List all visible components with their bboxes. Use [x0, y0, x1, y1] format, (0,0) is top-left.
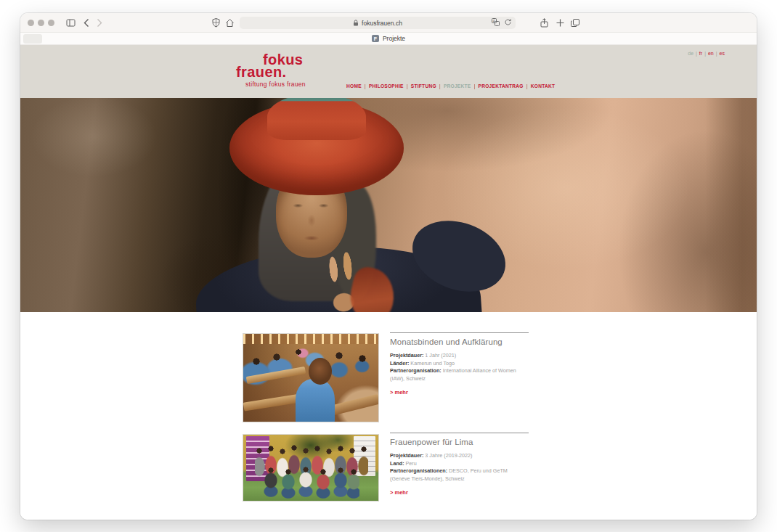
field-value: 3 Jahre (2019-2022)	[425, 452, 472, 459]
nav-item-projekte[interactable]: PROJEKTE	[444, 83, 471, 89]
project-field: Projektdauer: 3 Jahre (2019-2022)	[390, 452, 529, 460]
project-field: Partnerorganisationen: DESCO, Peru und G…	[390, 467, 529, 483]
nav-separator: |	[473, 83, 475, 89]
lang-separator: |	[716, 51, 717, 56]
page-content: Monatsbinden und Aufklärung Projektdauer…	[20, 312, 757, 520]
lock-icon	[353, 20, 359, 26]
field-label: Land:	[390, 460, 404, 467]
tab-overview-icon[interactable]	[570, 17, 581, 28]
more-link[interactable]: > mehr	[390, 389, 408, 396]
field-value: Kamerun und Togo	[410, 360, 455, 367]
minimize-button[interactable]	[38, 20, 44, 26]
lang-en[interactable]: en	[708, 51, 714, 56]
field-value: 1 Jahr (2021)	[425, 352, 456, 359]
project-entry-monatsbinden: Monatsbinden und Aufklärung Projektdauer…	[390, 332, 529, 397]
nav-item-philosophie[interactable]: PHILOSOPHIE	[369, 83, 404, 89]
close-button[interactable]	[28, 20, 34, 26]
share-icon[interactable]	[539, 17, 550, 28]
field-value: Peru	[406, 460, 417, 467]
site-logo[interactable]: fokus frauen. stiftung fokus frauen	[236, 54, 306, 88]
logo-line2: frauen.	[236, 66, 306, 78]
sidebar-icon[interactable]	[65, 17, 76, 28]
new-tab-icon[interactable]	[555, 17, 566, 28]
field-label: Partnerorganisation:	[390, 367, 442, 374]
field-label: Projektdauer:	[390, 352, 423, 359]
project-fields: Projektdauer: 1 Jahr (2021) Länder: Kame…	[390, 352, 529, 382]
url-side-icons: A	[492, 18, 512, 26]
nav-separator: |	[439, 83, 441, 89]
lang-separator: |	[696, 51, 697, 56]
browser-window: fokusfrauen.ch A F Projekte fokus frauen…	[20, 13, 757, 520]
project-field: Partnerorganisation: International Allia…	[390, 367, 529, 382]
hero-image	[20, 98, 757, 312]
site-favicon: F	[372, 35, 379, 42]
thumbnail-art-ceiling-lights	[243, 334, 378, 344]
hero-art-hat-crown	[267, 98, 366, 140]
field-label: Projektdauer:	[390, 452, 423, 459]
field-label: Partnerorganisationen:	[390, 467, 447, 474]
project-field: Länder: Kamerun und Togo	[390, 360, 529, 368]
nav-item-stiftung[interactable]: STIFTUNG	[411, 83, 436, 89]
back-icon[interactable]	[81, 17, 92, 28]
tab-title: Projekte	[383, 35, 405, 42]
reload-icon[interactable]	[504, 18, 512, 26]
logo-tagline: stiftung fokus frauen	[245, 81, 306, 88]
more-link[interactable]: > mehr	[390, 489, 408, 496]
nav-item-kontakt[interactable]: KONTAKT	[531, 83, 556, 89]
language-switcher: de | fr | en | es	[688, 51, 725, 56]
url-text: fokusfrauen.ch	[362, 20, 402, 27]
nav-item-projektantrag[interactable]: PROJEKTANTRAG	[479, 83, 524, 89]
privacy-shield-icon[interactable]	[211, 17, 221, 28]
project-entry-frauenpower: Frauenpower für Lima Projektdauer: 3 Jah…	[390, 433, 529, 497]
nav-item-home[interactable]: HOME	[346, 83, 362, 89]
home-icon[interactable]	[224, 17, 235, 28]
browser-toolbar: fokusfrauen.ch A	[20, 13, 757, 33]
lang-separator: |	[704, 51, 706, 56]
nav-separator: |	[365, 83, 366, 89]
translate-icon[interactable]: A	[492, 18, 500, 26]
lang-es[interactable]: es	[720, 51, 725, 56]
project-thumbnail-frauenpower[interactable]	[243, 434, 379, 502]
project-title[interactable]: Frauenpower für Lima	[390, 438, 529, 446]
project-thumbnail-monatsbinden[interactable]	[243, 333, 379, 422]
project-fields: Projektdauer: 3 Jahre (2019-2022) Land: …	[390, 452, 529, 483]
divider-line	[390, 433, 529, 433]
thumbnail-art-boy-head	[309, 358, 332, 385]
thumbnail-art-group-front-row	[264, 467, 359, 499]
forward-icon[interactable]	[94, 17, 105, 28]
field-label: Länder:	[390, 360, 409, 367]
url-field[interactable]: fokusfrauen.ch A	[240, 17, 516, 29]
lang-fr[interactable]: fr	[699, 51, 702, 56]
nav-separator: |	[407, 83, 408, 89]
tab-projekte[interactable]: F Projekte	[20, 33, 757, 44]
zoom-button[interactable]	[48, 20, 54, 26]
site-header: fokus frauen. stiftung fokus frauen HOME…	[20, 45, 757, 98]
project-field: Projektdauer: 1 Jahr (2021)	[390, 352, 529, 360]
main-nav: HOME | PHILOSOPHIE | STIFTUNG | PROJEKTE…	[346, 83, 555, 89]
divider-line	[390, 332, 529, 333]
project-field: Land: Peru	[390, 460, 529, 468]
lang-de[interactable]: de	[688, 51, 693, 56]
thumbnail-art-boy-body	[296, 379, 335, 422]
project-title[interactable]: Monatsbinden und Aufklärung	[390, 337, 529, 346]
tab-strip: F Projekte	[20, 33, 757, 45]
nav-separator: |	[526, 83, 528, 89]
